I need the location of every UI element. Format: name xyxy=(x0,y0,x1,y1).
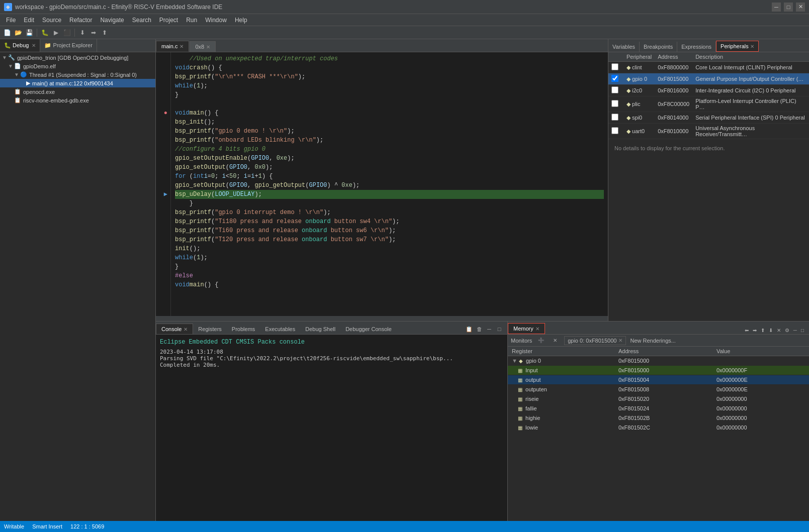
console-line-1: 2023-04-14 13:17:08 xyxy=(160,349,503,355)
toolbar-step-into[interactable]: ⬇ xyxy=(77,28,87,38)
peri-check-clint[interactable] xyxy=(608,62,623,73)
code-line: gpio_setOutput(GPIO0, 0x0); xyxy=(175,163,604,172)
memory-tab-close[interactable]: ✕ xyxy=(535,326,540,332)
mem-btn-minimize[interactable]: ─ xyxy=(791,327,799,334)
tab-memory[interactable]: Memory ✕ xyxy=(508,323,545,334)
peri-check-i2c0[interactable] xyxy=(608,85,623,96)
tab-close-mainc[interactable]: ✕ xyxy=(179,44,184,49)
menu-file[interactable]: File xyxy=(2,16,20,25)
mem-btn-4[interactable]: ⬇ xyxy=(767,327,775,334)
toolbar-run[interactable]: ▶ xyxy=(51,28,61,38)
tree-item-gdb[interactable]: 📋 riscv-none-embed-gdb.exe xyxy=(0,96,155,104)
monitors-close[interactable]: ✕ xyxy=(550,336,560,346)
peri-row-i2c0[interactable]: ◆ i2c0 0xF8016000 Inter-Integrated Circu… xyxy=(608,85,809,96)
peri-row-plic[interactable]: ◆ plic 0xF8C00000 Platform-Level Interru… xyxy=(608,96,809,112)
peri-checkbox-uart0[interactable] xyxy=(611,127,618,134)
monitors-add[interactable]: ➕ xyxy=(536,336,546,346)
mem-btn-settings[interactable]: ⚙ xyxy=(783,327,791,334)
peri-checkbox-clint[interactable] xyxy=(611,63,618,70)
peri-checkbox-gpio0[interactable] xyxy=(611,75,618,82)
code-editor[interactable]: //Used on unexpected trap/interrupt code… xyxy=(171,52,608,316)
mem-btn-close[interactable]: ✕ xyxy=(775,327,783,334)
code-line: } xyxy=(175,90,604,99)
tab-0x8[interactable]: 0x8 ✕ xyxy=(190,41,216,52)
peri-check-gpio0[interactable] xyxy=(608,73,623,85)
tree-item-thread[interactable]: ▼ 🔵 Thread #1 (Suspended : Signal : 0:Si… xyxy=(0,70,155,79)
mem-btn-2[interactable]: ➡ xyxy=(751,327,759,334)
toolbar-open[interactable]: 📂 xyxy=(13,28,23,38)
debug-tab[interactable]: 🐛 Debug ✕ xyxy=(0,39,40,52)
peri-row-clint[interactable]: ◆ clint 0xF8800000 Core Local Interrupt … xyxy=(608,62,809,73)
menu-project[interactable]: Project xyxy=(155,16,182,25)
console-btn-2[interactable]: 🗑 xyxy=(474,324,484,334)
reg-row-outputen[interactable]: ▦ outputen 0xF8015008 0x0000000E xyxy=(508,385,809,394)
tab-breakpoints[interactable]: Breakpoints xyxy=(640,42,677,52)
tab-problems[interactable]: Problems xyxy=(227,324,260,334)
peri-checkbox-spi0[interactable] xyxy=(611,114,618,121)
toolbar-save[interactable]: 💾 xyxy=(24,28,34,38)
monitor-gpio0[interactable]: gpio 0: 0xF8015000 ✕ xyxy=(564,336,626,345)
tab-peripherals[interactable]: Peripherals ✕ xyxy=(716,41,759,52)
tab-console[interactable]: Console ✕ xyxy=(156,324,193,334)
peripherals-tab-close[interactable]: ✕ xyxy=(750,44,754,49)
expand-icon[interactable]: ▼ xyxy=(512,358,517,364)
reg-row-gpio0[interactable]: ▼ ◆ gpio 0 0xF8015000 xyxy=(508,356,809,366)
menu-edit[interactable]: Edit xyxy=(20,16,38,25)
console-maximize[interactable]: □ xyxy=(494,324,504,334)
toolbar-debug[interactable]: 🐛 xyxy=(40,28,50,38)
menu-window[interactable]: Window xyxy=(201,16,231,25)
menu-run[interactable]: Run xyxy=(182,16,201,25)
tree-item-gpiodemo[interactable]: ▼ 🔧 gpioDemo_trion [GDB OpenOCD Debuggin… xyxy=(0,53,155,62)
toolbar-step-over[interactable]: ➡ xyxy=(88,28,99,38)
toolbar-new[interactable]: 📄 xyxy=(2,28,12,38)
menu-search[interactable]: Search xyxy=(128,16,155,25)
reg-row-lowie[interactable]: ▦ lowie 0xF801502C 0x00000000 xyxy=(508,423,809,433)
tree-item-main[interactable]: ▶ main() at main.c:122 0xf9001434 xyxy=(0,79,155,87)
console-btn-1[interactable]: 📋 xyxy=(464,324,474,334)
reg-row-output[interactable]: ▦ output 0xF8015004 0x0000000E xyxy=(508,375,809,385)
tab-variables[interactable]: Variables xyxy=(608,42,640,52)
debug-tab-close[interactable]: ✕ xyxy=(32,43,36,48)
tree-item-openocd[interactable]: 📋 openocd.exe xyxy=(0,87,155,96)
mem-btn-3[interactable]: ⬆ xyxy=(759,327,767,334)
tab-debugger-console[interactable]: Debugger Console xyxy=(340,324,397,334)
peri-check-uart0[interactable] xyxy=(608,124,623,139)
toolbar-step-return[interactable]: ⬆ xyxy=(100,28,110,38)
console-minimize[interactable]: ─ xyxy=(484,324,494,334)
tab-close-0x8[interactable]: ✕ xyxy=(206,44,210,50)
console-tabs: Console ✕ Registers Problems Executables… xyxy=(156,322,507,335)
menu-refactor[interactable]: Refactor xyxy=(65,16,96,25)
monitor-gpio0-close[interactable]: ✕ xyxy=(618,338,622,343)
peri-row-uart0[interactable]: ◆ uart0 0xF8010000 Universal Asynchronou… xyxy=(608,124,809,139)
peri-check-plic[interactable] xyxy=(608,96,623,112)
reg-row-riseie[interactable]: ▦ riseie 0xF8015020 0x00000000 xyxy=(508,394,809,404)
tab-expressions[interactable]: Expressions xyxy=(677,42,716,52)
tree-label: Thread #1 (Suspended : Signal : 0:Signal… xyxy=(29,72,137,78)
close-button[interactable]: ✕ xyxy=(796,3,805,12)
project-explorer-tab[interactable]: 📁 Project Explorer xyxy=(40,39,97,52)
maximize-button[interactable]: □ xyxy=(784,3,793,12)
tab-mainc[interactable]: main.c ✕ xyxy=(156,41,189,52)
tab-debug-shell[interactable]: Debug Shell xyxy=(300,324,340,334)
toolbar-stop[interactable]: ⬛ xyxy=(62,28,72,38)
menu-navigate[interactable]: Navigate xyxy=(96,16,128,25)
reg-row-highie[interactable]: ▦ highie 0xF801502B 0x00000000 xyxy=(508,413,809,423)
peri-checkbox-plic[interactable] xyxy=(611,100,618,107)
tree-item-elf[interactable]: ▼ 📄 gpioDemo.elf xyxy=(0,62,155,70)
editor-hscroll[interactable] xyxy=(156,316,608,321)
mem-btn-1[interactable]: ⬅ xyxy=(743,327,751,334)
menu-source[interactable]: Source xyxy=(38,16,65,25)
reg-row-fallie[interactable]: ▦ fallie 0xF8015024 0x00000000 xyxy=(508,404,809,413)
peri-check-spi0[interactable] xyxy=(608,112,623,124)
tab-executables[interactable]: Executables xyxy=(260,324,300,334)
reg-row-input[interactable]: ▦ Input 0xF8015000 0x0000000F xyxy=(508,366,809,375)
mem-btn-maximize[interactable]: □ xyxy=(799,327,806,334)
peri-row-spi0[interactable]: ◆ spi0 0xF8014000 Serial Peripheral Inte… xyxy=(608,112,809,124)
peri-row-gpio0[interactable]: ◆ gpio 0 0xF8015000 General Purpose Inpu… xyxy=(608,73,809,85)
menu-help[interactable]: Help xyxy=(231,16,251,25)
monitor-new[interactable]: New Renderings... xyxy=(630,338,676,344)
tab-registers[interactable]: Registers xyxy=(193,324,226,334)
minimize-button[interactable]: ─ xyxy=(772,3,781,12)
peri-checkbox-i2c0[interactable] xyxy=(611,86,618,93)
console-tab-close[interactable]: ✕ xyxy=(184,327,188,332)
